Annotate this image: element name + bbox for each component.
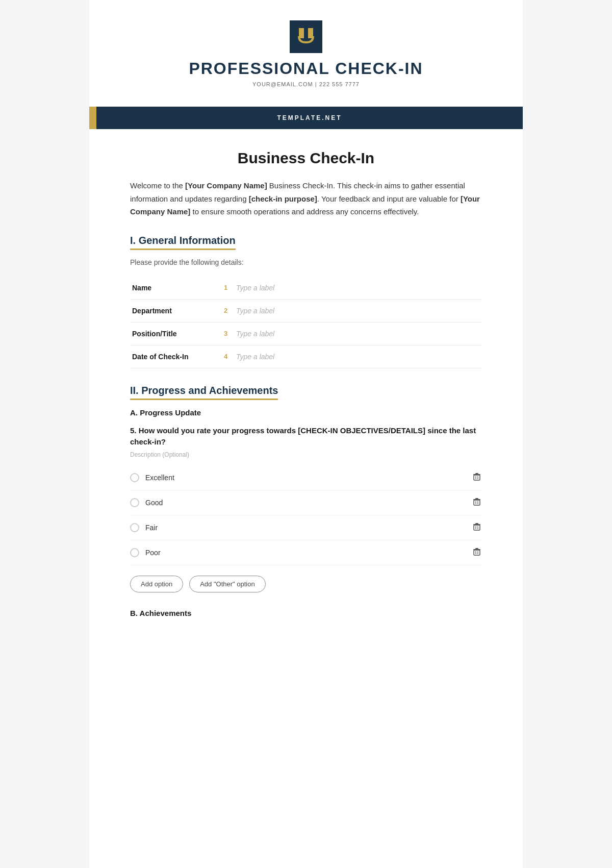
table-row: Name 1 Type a label [130, 277, 482, 300]
option-fair-left: Fair [130, 523, 158, 532]
question-5-desc: Description (Optional) [130, 451, 482, 458]
page: PROFESSIONAL CHECK-IN YOUR@EMAIL.COM | 2… [89, 0, 523, 868]
option-excellent-left: Excellent [130, 473, 174, 482]
table-row: Department 2 Type a label [130, 299, 482, 322]
svg-rect-14 [474, 525, 480, 530]
delete-icon-good[interactable] [472, 497, 482, 509]
intro-part3: . Your feedback and input are valuable f… [317, 194, 461, 203]
radio-circle-good[interactable] [130, 498, 139, 507]
banner-text: TEMPLATE.NET [277, 114, 342, 121]
delete-icon-poor[interactable] [472, 547, 482, 559]
sub-section-heading-a: A. Progress Update [130, 408, 482, 417]
section-1-desc: Please provide the following details: [130, 258, 482, 266]
option-fair-label: Fair [145, 524, 158, 532]
field-placeholder-2: Type a label [236, 307, 274, 315]
radio-circle-poor[interactable] [130, 548, 139, 557]
field-placeholder-4: Type a label [236, 353, 274, 361]
field-label-position: Position/Title [130, 322, 222, 345]
intro-part1: Welcome to the [130, 181, 185, 190]
option-poor: Poor [130, 540, 482, 565]
option-good: Good [130, 490, 482, 515]
banner-dark: TEMPLATE.NET [96, 107, 523, 129]
svg-rect-18 [475, 548, 478, 549]
table-row: Position/Title 3 Type a label [130, 322, 482, 345]
radio-circle-fair[interactable] [130, 523, 139, 532]
intro-bold1: [Your Company Name] [185, 181, 267, 190]
option-poor-label: Poor [145, 549, 161, 557]
add-option-row: Add option Add "Other" option [130, 576, 482, 592]
question-5-number: 5. [130, 426, 139, 435]
field-input-date[interactable]: 4 Type a label [224, 353, 480, 361]
field-placeholder-3: Type a label [236, 330, 274, 338]
banner-gold-bar [89, 107, 96, 129]
section-2-heading: II. Progress and Achievements [130, 385, 278, 400]
question-5-block: 5. How would you rate your progress towa… [130, 425, 482, 592]
add-option-button[interactable]: Add option [130, 576, 183, 592]
svg-rect-4 [474, 475, 480, 480]
intro-text: Welcome to the [Your Company Name] Busin… [130, 179, 482, 218]
intro-bold2: [check-in purpose] [249, 194, 317, 203]
option-poor-left: Poor [130, 548, 161, 557]
form-title: Business Check-In [130, 150, 482, 167]
radio-circle-excellent[interactable] [130, 473, 139, 482]
field-label-date: Date of Check-In [130, 345, 222, 368]
field-label-department: Department [130, 299, 222, 322]
option-excellent: Excellent [130, 465, 482, 490]
field-number-2: 2 [224, 307, 232, 314]
banner: TEMPLATE.NET [89, 107, 523, 129]
svg-rect-3 [475, 473, 478, 474]
content: Business Check-In Welcome to the [Your C… [89, 129, 523, 644]
question-5-text: How would you rate your progress towards… [130, 426, 476, 447]
achievements-heading: B. Achievements [130, 609, 482, 617]
logo-box [290, 20, 322, 53]
table-row: Date of Check-In 4 Type a label [130, 345, 482, 368]
logo-icon [297, 26, 315, 48]
delete-icon-excellent[interactable] [472, 472, 482, 484]
header-contact: YOUR@EMAIL.COM | 222 555 7777 [252, 81, 360, 87]
general-info-table: Name 1 Type a label Department 2 [130, 277, 482, 368]
option-fair: Fair [130, 515, 482, 540]
field-number-4: 4 [224, 353, 232, 360]
field-input-position[interactable]: 3 Type a label [224, 330, 480, 338]
svg-rect-9 [474, 500, 480, 505]
svg-rect-13 [475, 523, 478, 524]
field-label-name: Name [130, 277, 222, 300]
field-number-3: 3 [224, 330, 232, 337]
section-achievements: B. Achievements [130, 609, 482, 617]
section-1-heading: I. General Information [130, 235, 236, 250]
field-input-department[interactable]: 2 Type a label [224, 307, 480, 315]
svg-rect-8 [475, 498, 478, 499]
field-number-1: 1 [224, 284, 232, 291]
svg-rect-19 [474, 550, 480, 555]
intro-part4: to ensure smooth operations and address … [190, 207, 419, 216]
option-good-left: Good [130, 498, 163, 507]
question-5-title: 5. How would you rate your progress towa… [130, 425, 482, 448]
add-other-option-button[interactable]: Add "Other" option [189, 576, 266, 592]
section-general-info: I. General Information Please provide th… [130, 235, 482, 368]
delete-icon-fair[interactable] [472, 522, 482, 534]
field-placeholder-1: Type a label [236, 284, 274, 292]
header-title: PROFESSIONAL CHECK-IN [189, 59, 423, 78]
option-good-label: Good [145, 499, 163, 507]
section-progress: II. Progress and Achievements A. Progres… [130, 385, 482, 592]
option-excellent-label: Excellent [145, 474, 174, 482]
header: PROFESSIONAL CHECK-IN YOUR@EMAIL.COM | 2… [89, 0, 523, 97]
field-input-name[interactable]: 1 Type a label [224, 284, 480, 292]
